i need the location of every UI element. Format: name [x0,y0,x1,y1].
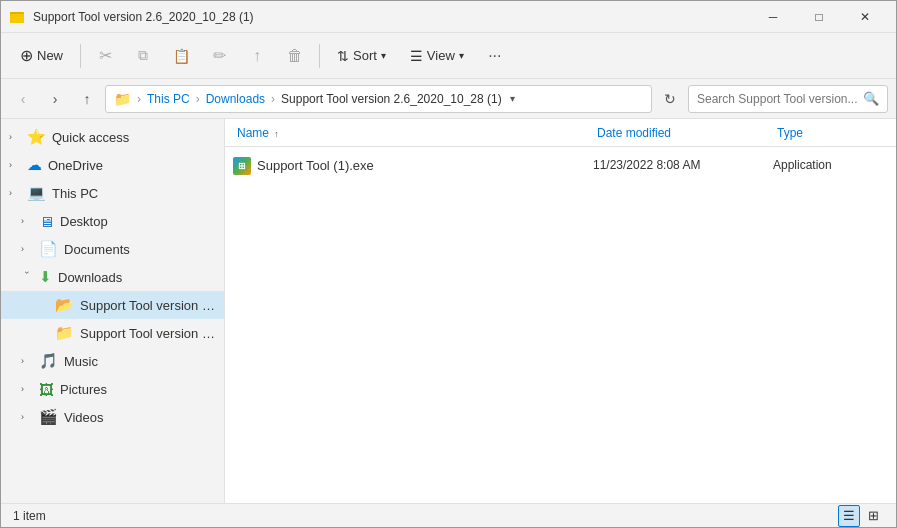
breadcrumb-downloads[interactable]: Downloads [206,92,265,106]
sort-arrow-icon: ↑ [274,129,279,139]
toolbar-sep-2 [319,44,320,68]
main-content: › ⭐ Quick access › ☁ OneDrive › 💻 This P… [1,119,896,503]
col-type-label: Type [777,126,803,140]
more-button[interactable]: ··· [477,38,513,74]
sidebar-label-support-tool-2: Support Tool version 2.6_202 [80,326,216,341]
cut-icon: ✂ [99,46,112,65]
support-tool-1-chevron-icon [37,300,49,310]
sidebar-label-music: Music [64,354,216,369]
col-header-date[interactable]: Date modified [593,126,773,140]
this-pc-chevron-icon: › [9,188,21,198]
downloads-chevron-icon: › [22,271,32,283]
sidebar-label-this-pc: This PC [52,186,216,201]
sidebar-item-support-tool-2[interactable]: 📁 Support Tool version 2.6_202 [1,319,224,347]
view-tiles-icon: ⊞ [868,508,879,523]
sort-icon: ⇅ [337,48,349,64]
forward-button[interactable]: › [41,85,69,113]
close-button[interactable]: ✕ [842,1,888,33]
sidebar-item-documents[interactable]: › 📄 Documents [1,235,224,263]
sidebar-item-downloads[interactable]: › ⬇ Downloads [1,263,224,291]
col-header-type[interactable]: Type [773,126,896,140]
breadcrumb-sep-2: › [196,92,200,106]
pictures-icon: 🖼 [39,381,54,398]
sidebar-item-onedrive[interactable]: › ☁ OneDrive [1,151,224,179]
status-bar: 1 item ☰ ⊞ [1,503,896,527]
sidebar-label-videos: Videos [64,410,216,425]
toolbar: ⊕ New ✂ ⧉ 📋 ✏ ↑ 🗑 ⇅ Sort ▾ ☰ View ▾ ··· [1,33,896,79]
sidebar-label-quick-access: Quick access [52,130,216,145]
sidebar-item-quick-access[interactable]: › ⭐ Quick access [1,123,224,151]
view-icon: ☰ [410,48,423,64]
share-button: ↑ [239,38,275,74]
rename-icon: ✏ [213,46,226,65]
more-icon: ··· [488,47,501,65]
view-button[interactable]: ☰ View ▾ [399,38,475,74]
view-toggle-buttons: ☰ ⊞ [838,505,884,527]
sidebar-item-desktop[interactable]: › 🖥 Desktop [1,207,224,235]
onedrive-chevron-icon: › [9,160,21,170]
search-box[interactable]: 🔍 [688,85,888,113]
sidebar-item-music[interactable]: › 🎵 Music [1,347,224,375]
file-list-header: Name ↑ Date modified Type Size [225,119,896,147]
file-type: Application [773,158,896,172]
title-bar: Support Tool version 2.6_2020_10_28 (1) … [1,1,896,33]
sidebar-item-pictures[interactable]: › 🖼 Pictures [1,375,224,403]
search-input[interactable] [697,92,859,106]
view-details-button[interactable]: ☰ [838,505,860,527]
forward-icon: › [53,91,58,107]
toolbar-sep-1 [80,44,81,68]
paste-button: 📋 [163,38,199,74]
sort-button[interactable]: ⇅ Sort ▾ [326,38,397,74]
sidebar-label-downloads: Downloads [58,270,216,285]
up-icon: ↑ [84,91,91,107]
breadcrumb-this-pc[interactable]: This PC [147,92,190,106]
up-button[interactable]: ↑ [73,85,101,113]
title-bar-icon [9,9,25,25]
svg-rect-1 [10,14,24,23]
desktop-chevron-icon: › [21,216,33,226]
col-name-label: Name [237,126,269,140]
status-count: 1 item [13,509,830,523]
sidebar-label-pictures: Pictures [60,382,216,397]
sidebar-item-this-pc[interactable]: › 💻 This PC [1,179,224,207]
title-bar-controls: ─ □ ✕ [750,1,888,33]
minimize-button[interactable]: ─ [750,1,796,33]
breadcrumb-sep-3: › [271,92,275,106]
sidebar-label-onedrive: OneDrive [48,158,216,173]
table-row[interactable]: ⊞ Support Tool (1).exe 11/23/2022 8:08 A… [225,151,896,179]
quick-access-chevron-icon: › [9,132,21,142]
sidebar-item-videos[interactable]: › 🎬 Videos [1,403,224,431]
music-chevron-icon: › [21,356,33,366]
breadcrumb-dropdown-icon[interactable]: ▾ [510,93,515,104]
cut-button: ✂ [87,38,123,74]
paste-icon: 📋 [173,48,190,64]
breadcrumb[interactable]: 📁 › This PC › Downloads › Support Tool v… [105,85,652,113]
pictures-chevron-icon: › [21,384,33,394]
view-chevron-icon: ▾ [459,50,464,61]
rename-button: ✏ [201,38,237,74]
new-button[interactable]: ⊕ New [9,38,74,74]
refresh-button[interactable]: ↻ [656,85,684,113]
onedrive-icon: ☁ [27,156,42,174]
file-name-cell: ⊞ Support Tool (1).exe [233,155,593,175]
exe-file-icon: ⊞ [233,155,251,175]
file-name-text: Support Tool (1).exe [257,158,374,173]
copy-icon: ⧉ [138,47,148,64]
sidebar-item-support-tool-1[interactable]: 📂 Support Tool version 2.6_202 [1,291,224,319]
support-tool-2-icon: 📁 [55,324,74,342]
view-tiles-button[interactable]: ⊞ [862,505,884,527]
documents-chevron-icon: › [21,244,33,254]
support-tool-1-icon: 📂 [55,296,74,314]
delete-icon: 🗑 [287,47,303,65]
file-date: 11/23/2022 8:08 AM [593,158,773,172]
address-bar: ‹ › ↑ 📁 › This PC › Downloads › Support … [1,79,896,119]
maximize-button[interactable]: □ [796,1,842,33]
videos-icon: 🎬 [39,408,58,426]
title-bar-title: Support Tool version 2.6_2020_10_28 (1) [33,10,750,24]
file-list: Name ↑ Date modified Type Size ⊞ Support… [225,119,896,503]
downloads-icon: ⬇ [39,268,52,286]
support-tool-2-chevron-icon [37,328,49,338]
sidebar-label-desktop: Desktop [60,214,216,229]
copy-button: ⧉ [125,38,161,74]
col-header-name[interactable]: Name ↑ [233,126,593,140]
